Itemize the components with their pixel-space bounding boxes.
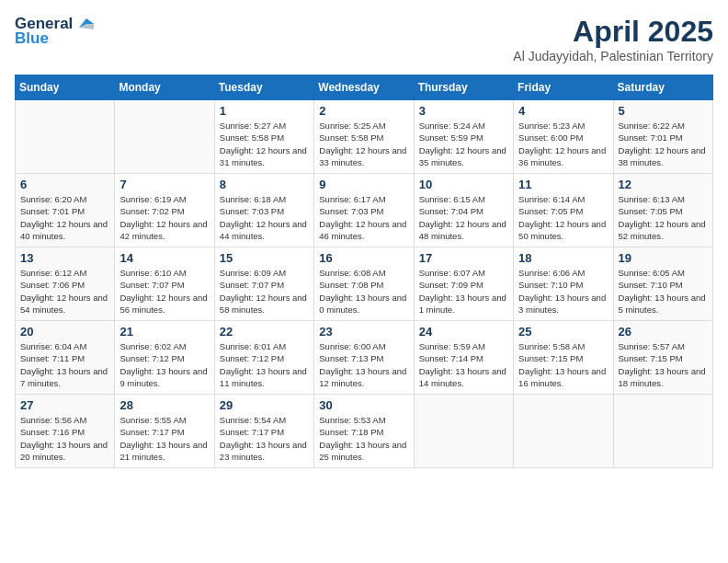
day-number: 7 xyxy=(119,178,209,191)
day-info: Sunrise: 5:59 AM Sunset: 7:14 PM Dayligh… xyxy=(419,340,508,389)
calendar-cell: 27Sunrise: 5:56 AM Sunset: 7:16 PM Dayli… xyxy=(16,395,115,468)
month-title: April 2025 xyxy=(513,15,713,49)
day-number: 24 xyxy=(419,325,508,339)
day-info: Sunrise: 5:57 AM Sunset: 7:15 PM Dayligh… xyxy=(619,340,708,389)
calendar-cell: 2Sunrise: 5:25 AM Sunset: 5:58 PM Daylig… xyxy=(314,100,414,174)
calendar-week-row: 6Sunrise: 6:20 AM Sunset: 7:01 PM Daylig… xyxy=(16,174,713,247)
calendar-cell xyxy=(115,100,214,174)
weekday-header: Thursday xyxy=(414,75,513,100)
day-info: Sunrise: 5:25 AM Sunset: 5:58 PM Dayligh… xyxy=(319,120,408,168)
day-number: 19 xyxy=(619,251,708,265)
calendar-cell: 3Sunrise: 5:24 AM Sunset: 5:59 PM Daylig… xyxy=(414,100,513,174)
calendar-cell: 30Sunrise: 5:53 AM Sunset: 7:18 PM Dayli… xyxy=(314,395,414,468)
day-number: 3 xyxy=(419,104,508,118)
calendar-cell: 22Sunrise: 6:01 AM Sunset: 7:12 PM Dayli… xyxy=(214,321,313,395)
calendar-cell: 18Sunrise: 6:06 AM Sunset: 7:10 PM Dayli… xyxy=(514,247,613,321)
calendar-cell: 5Sunrise: 6:22 AM Sunset: 7:01 PM Daylig… xyxy=(613,100,712,174)
day-info: Sunrise: 6:06 AM Sunset: 7:10 PM Dayligh… xyxy=(518,267,608,316)
calendar-cell: 14Sunrise: 6:10 AM Sunset: 7:07 PM Dayli… xyxy=(115,247,214,321)
weekday-header: Tuesday xyxy=(214,75,313,100)
weekday-header: Friday xyxy=(514,75,613,100)
day-number: 2 xyxy=(319,104,408,118)
weekday-header: Saturday xyxy=(613,75,712,100)
day-number: 21 xyxy=(119,325,209,339)
day-info: Sunrise: 5:55 AM Sunset: 7:17 PM Dayligh… xyxy=(119,414,209,463)
day-info: Sunrise: 6:18 AM Sunset: 7:03 PM Dayligh… xyxy=(220,193,309,242)
day-number: 15 xyxy=(220,251,309,265)
day-info: Sunrise: 6:02 AM Sunset: 7:12 PM Dayligh… xyxy=(119,340,209,389)
calendar-cell xyxy=(414,395,513,468)
calendar-week-row: 20Sunrise: 6:04 AM Sunset: 7:11 PM Dayli… xyxy=(16,321,713,395)
calendar-cell: 17Sunrise: 6:07 AM Sunset: 7:09 PM Dayli… xyxy=(414,247,513,321)
day-number: 30 xyxy=(319,398,408,412)
calendar-table: SundayMondayTuesdayWednesdayThursdayFrid… xyxy=(15,75,713,468)
page-header: General Blue April 2025 Al Judayyidah, P… xyxy=(15,15,713,63)
title-block: April 2025 Al Judayyidah, Palestinian Te… xyxy=(513,15,713,63)
day-number: 9 xyxy=(319,178,408,191)
calendar-cell: 10Sunrise: 6:15 AM Sunset: 7:04 PM Dayli… xyxy=(414,174,513,247)
day-info: Sunrise: 6:15 AM Sunset: 7:04 PM Dayligh… xyxy=(419,193,508,242)
logo-blue: Blue xyxy=(15,29,49,48)
day-number: 23 xyxy=(319,325,408,339)
calendar-week-row: 1Sunrise: 5:27 AM Sunset: 5:58 PM Daylig… xyxy=(16,100,713,174)
day-number: 28 xyxy=(119,398,209,412)
weekday-header: Sunday xyxy=(16,75,115,100)
calendar-cell: 29Sunrise: 5:54 AM Sunset: 7:17 PM Dayli… xyxy=(214,395,313,468)
calendar-cell: 28Sunrise: 5:55 AM Sunset: 7:17 PM Dayli… xyxy=(115,395,214,468)
day-number: 22 xyxy=(220,325,309,339)
day-info: Sunrise: 5:56 AM Sunset: 7:16 PM Dayligh… xyxy=(20,414,109,463)
calendar-cell xyxy=(514,395,613,468)
day-info: Sunrise: 5:24 AM Sunset: 5:59 PM Dayligh… xyxy=(419,120,508,168)
calendar-cell: 15Sunrise: 6:09 AM Sunset: 7:07 PM Dayli… xyxy=(214,247,313,321)
day-number: 16 xyxy=(319,251,408,265)
calendar-cell: 26Sunrise: 5:57 AM Sunset: 7:15 PM Dayli… xyxy=(613,321,712,395)
day-info: Sunrise: 6:12 AM Sunset: 7:06 PM Dayligh… xyxy=(20,267,109,316)
logo: General Blue xyxy=(15,15,96,48)
weekday-header: Monday xyxy=(115,75,214,100)
calendar-cell: 20Sunrise: 6:04 AM Sunset: 7:11 PM Dayli… xyxy=(16,321,115,395)
calendar-cell: 23Sunrise: 6:00 AM Sunset: 7:13 PM Dayli… xyxy=(314,321,414,395)
day-info: Sunrise: 6:04 AM Sunset: 7:11 PM Dayligh… xyxy=(20,340,109,389)
calendar-cell xyxy=(613,395,712,468)
weekday-header: Wednesday xyxy=(314,75,414,100)
day-number: 14 xyxy=(119,251,209,265)
day-number: 5 xyxy=(619,104,708,118)
calendar-cell: 24Sunrise: 5:59 AM Sunset: 7:14 PM Dayli… xyxy=(414,321,513,395)
day-info: Sunrise: 5:54 AM Sunset: 7:17 PM Dayligh… xyxy=(220,414,309,463)
day-number: 10 xyxy=(419,178,508,191)
day-number: 25 xyxy=(518,325,608,339)
day-info: Sunrise: 5:53 AM Sunset: 7:18 PM Dayligh… xyxy=(319,414,408,463)
calendar-cell: 9Sunrise: 6:17 AM Sunset: 7:03 PM Daylig… xyxy=(314,174,414,247)
day-info: Sunrise: 6:07 AM Sunset: 7:09 PM Dayligh… xyxy=(419,267,508,316)
day-number: 6 xyxy=(20,178,109,191)
day-info: Sunrise: 6:08 AM Sunset: 7:08 PM Dayligh… xyxy=(319,267,408,316)
calendar-cell: 21Sunrise: 6:02 AM Sunset: 7:12 PM Dayli… xyxy=(115,321,214,395)
day-info: Sunrise: 6:20 AM Sunset: 7:01 PM Dayligh… xyxy=(20,193,109,242)
day-number: 29 xyxy=(220,398,309,412)
calendar-cell: 6Sunrise: 6:20 AM Sunset: 7:01 PM Daylig… xyxy=(16,174,115,247)
day-info: Sunrise: 6:17 AM Sunset: 7:03 PM Dayligh… xyxy=(319,193,408,242)
calendar-cell: 25Sunrise: 5:58 AM Sunset: 7:15 PM Dayli… xyxy=(514,321,613,395)
calendar-week-row: 27Sunrise: 5:56 AM Sunset: 7:16 PM Dayli… xyxy=(16,395,713,468)
calendar-cell: 12Sunrise: 6:13 AM Sunset: 7:05 PM Dayli… xyxy=(613,174,712,247)
day-number: 4 xyxy=(518,104,608,118)
svg-marker-1 xyxy=(79,24,94,29)
day-info: Sunrise: 5:23 AM Sunset: 6:00 PM Dayligh… xyxy=(518,120,608,168)
day-info: Sunrise: 5:27 AM Sunset: 5:58 PM Dayligh… xyxy=(220,120,309,168)
weekday-header-row: SundayMondayTuesdayWednesdayThursdayFrid… xyxy=(16,75,713,100)
day-info: Sunrise: 6:10 AM Sunset: 7:07 PM Dayligh… xyxy=(119,267,209,316)
day-info: Sunrise: 6:19 AM Sunset: 7:02 PM Dayligh… xyxy=(119,193,209,242)
calendar-cell: 4Sunrise: 5:23 AM Sunset: 6:00 PM Daylig… xyxy=(514,100,613,174)
day-info: Sunrise: 6:09 AM Sunset: 7:07 PM Dayligh… xyxy=(220,267,309,316)
calendar-cell: 19Sunrise: 6:05 AM Sunset: 7:10 PM Dayli… xyxy=(613,247,712,321)
day-info: Sunrise: 5:58 AM Sunset: 7:15 PM Dayligh… xyxy=(518,340,608,389)
day-info: Sunrise: 6:00 AM Sunset: 7:13 PM Dayligh… xyxy=(319,340,408,389)
calendar-cell xyxy=(16,100,115,174)
day-info: Sunrise: 6:13 AM Sunset: 7:05 PM Dayligh… xyxy=(619,193,708,242)
logo-bird-icon xyxy=(74,17,94,33)
day-number: 13 xyxy=(20,251,109,265)
calendar-cell: 11Sunrise: 6:14 AM Sunset: 7:05 PM Dayli… xyxy=(514,174,613,247)
day-number: 27 xyxy=(20,398,109,412)
day-number: 26 xyxy=(619,325,708,339)
day-info: Sunrise: 6:14 AM Sunset: 7:05 PM Dayligh… xyxy=(518,193,608,242)
